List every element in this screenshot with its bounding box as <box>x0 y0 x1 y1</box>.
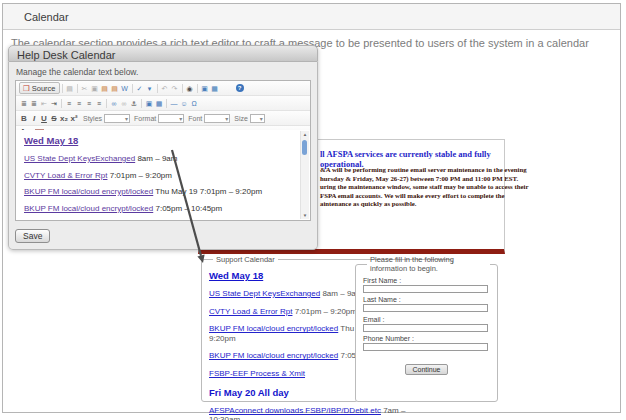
about-icon[interactable]: ? <box>236 84 244 92</box>
event-link[interactable]: CVTY Load & Error Rpt <box>209 307 292 316</box>
calendar-event: BKUP FM local/cloud encrypt/locked Thu M… <box>24 187 296 196</box>
source-icon: ❒ <box>23 84 30 93</box>
show-blocks-icon[interactable]: ▦ <box>210 83 220 93</box>
align-right-icon[interactable]: ≡ <box>84 98 94 108</box>
chevron-down-icon: ▾ <box>158 114 184 123</box>
event-link[interactable]: BKUP FM local/cloud encrypt/locked <box>209 351 338 360</box>
dialog-body: Manage the calendar text below. ❒Source … <box>8 62 318 250</box>
outdent-icon[interactable]: ⇤ <box>39 98 49 108</box>
support-calendar-legend: Support Calendar <box>213 255 278 264</box>
calendar-admin-page: Calendar The calendar section provides a… <box>0 0 626 420</box>
form-legend: Please fill in the following information… <box>367 255 490 273</box>
phone-number-field[interactable] <box>363 343 488 351</box>
bulleted-list-icon[interactable]: ≣ <box>29 98 39 108</box>
toolbar-separator <box>141 99 142 108</box>
redo-icon[interactable]: ↷ <box>170 83 180 93</box>
align-justify-icon[interactable]: ≡ <box>94 98 104 108</box>
first-name-field[interactable] <box>363 285 488 293</box>
event-link[interactable]: FSBP-EEF Process & Xmit <box>209 369 305 378</box>
chevron-down-icon: ▾ <box>104 114 130 123</box>
save-button[interactable]: Save <box>15 229 50 243</box>
strikethrough-button[interactable]: S <box>49 114 59 123</box>
anchor-icon[interactable]: ⚓ <box>129 98 139 108</box>
styles-dropdown[interactable]: Styles ▾ <box>83 114 130 123</box>
copy-icon[interactable]: ▣ <box>90 83 100 93</box>
italic-button[interactable]: I <box>29 114 39 123</box>
chevron-down-icon: ▾ <box>250 114 265 123</box>
event-link[interactable]: BKUP FM local/cloud encrypt/locked <box>209 324 338 333</box>
event-link[interactable]: US State Dept KeysExchanged <box>24 154 135 163</box>
find-icon[interactable]: ◉ <box>185 83 195 93</box>
unlink-icon[interactable]: ∞ <box>119 98 129 108</box>
scroll-down-icon[interactable]: ▼ <box>301 213 309 218</box>
event-link[interactable]: BKUP FM local/cloud encrypt/locked <box>24 187 153 196</box>
first-name-label: First Name : <box>363 277 490 284</box>
numbered-list-icon[interactable]: ≣ <box>19 98 29 108</box>
cut-icon[interactable]: ✂ <box>80 83 90 93</box>
paste-icon[interactable]: ▤ <box>100 83 110 93</box>
notice-line: &A will be performing routine email serv… <box>320 166 500 175</box>
chevron-down-icon: ▾ <box>204 114 230 123</box>
editor-scrollbar[interactable]: ▲ ▼ <box>300 131 309 219</box>
calendar-event: BKUP FM local/cloud encrypt/locked 7:05p… <box>24 204 296 213</box>
scroll-up-icon[interactable]: ▲ <box>301 132 309 137</box>
underline-button[interactable]: U <box>39 114 49 123</box>
email-field[interactable] <box>363 324 488 332</box>
editor-toolbar-row-1: ❒Source ▤ ✂ ▣ ▤ ▤ W ✓ ▾ ↶ ↷ ◉ <box>16 81 310 96</box>
smiley-icon[interactable]: ☺ <box>179 98 189 108</box>
toolbar-separator <box>166 99 167 108</box>
superscript-button[interactable]: x² <box>69 114 79 123</box>
scrollbar-thumb[interactable] <box>302 140 307 155</box>
visitor-info-form: Please fill in the following information… <box>355 255 498 402</box>
toolbar-separator <box>61 99 62 108</box>
toolbar-separator <box>197 84 198 93</box>
page-header: Calendar <box>3 4 620 30</box>
editor-label: Manage the calendar text below. <box>16 67 311 77</box>
editor-toolbar-row-3: B I U S x₂ x² Styles ▾ Format ▾ Fon <box>16 111 310 126</box>
toolbar-separator <box>77 84 78 93</box>
image-icon[interactable]: ▣ <box>144 98 154 108</box>
rich-text-editor: ❒Source ▤ ✂ ▣ ▤ ▤ W ✓ ▾ ↶ ↷ ◉ <box>15 80 311 221</box>
phone-number-label: Phone Number : <box>363 335 490 342</box>
toolbar-separator <box>62 84 63 93</box>
notice-line: hursday & Friday, May 26-27) between 7:0… <box>320 175 500 184</box>
paste-text-icon[interactable]: ▤ <box>110 83 120 93</box>
toolbar-separator <box>157 84 158 93</box>
continue-button[interactable]: Continue <box>405 364 447 375</box>
font-dropdown[interactable]: Font ▾ <box>188 114 230 123</box>
event-link[interactable]: BKUP FM local/cloud encrypt/locked <box>24 204 153 213</box>
event-link[interactable]: AFSPAconnect downloads FSBP/IBP/DDebit e… <box>209 406 381 415</box>
maximize-icon[interactable]: ▣ <box>200 83 210 93</box>
subscript-button[interactable]: x₂ <box>59 114 69 123</box>
spellcheck-dropdown-icon[interactable]: ▾ <box>145 83 155 93</box>
source-button[interactable]: ❒Source <box>19 82 60 94</box>
align-center-icon[interactable]: ≡ <box>74 98 84 108</box>
last-name-field[interactable] <box>363 304 488 312</box>
spellcheck-icon[interactable]: ✓ <box>135 83 145 93</box>
horizontal-rule-icon[interactable]: — <box>169 98 179 108</box>
editor-content-area[interactable]: Wed May 18 US State Dept KeysExchanged 8… <box>16 130 310 220</box>
link-icon[interactable]: ∞ <box>109 98 119 108</box>
toolbar-separator <box>106 99 107 108</box>
notice-line: aintenance as quickly as possible. <box>320 200 500 209</box>
undo-icon[interactable]: ↶ <box>160 83 170 93</box>
bold-button[interactable]: B <box>19 114 29 123</box>
toolbar-separator <box>132 84 133 93</box>
paste-from-word-icon[interactable]: W <box>120 83 130 93</box>
page-title: Calendar <box>24 11 69 23</box>
dialog-title: Help Desk Calendar <box>8 45 318 62</box>
size-dropdown[interactable]: Size ▾ <box>234 114 265 123</box>
calendar-day-heading: Wed May 18 <box>24 135 296 146</box>
indent-icon[interactable]: ⇥ <box>49 98 59 108</box>
event-link[interactable]: US State Dept KeysExchanged <box>209 289 320 298</box>
templates-icon[interactable]: ▤ <box>65 83 75 93</box>
align-left-icon[interactable]: ≡ <box>64 98 74 108</box>
format-dropdown[interactable]: Format ▾ <box>134 114 184 123</box>
calendar-event: AFSPAconnect downloads FSBP/IBP/DDebit e… <box>209 406 438 420</box>
special-char-icon[interactable]: Ω <box>189 98 199 108</box>
notice-body: &A will be performing routine email serv… <box>320 166 500 209</box>
last-name-label: Last Name : <box>363 296 490 303</box>
editor-toolbar-row-2: ≣ ≣ ⇤ ⇥ ≡ ≡ ≡ ≡ ∞ ∞ ⚓ ▣ ▦ <box>16 96 310 111</box>
event-link[interactable]: CVTY Load & Error Rpt <box>24 171 107 180</box>
table-icon[interactable]: ▦ <box>154 98 164 108</box>
